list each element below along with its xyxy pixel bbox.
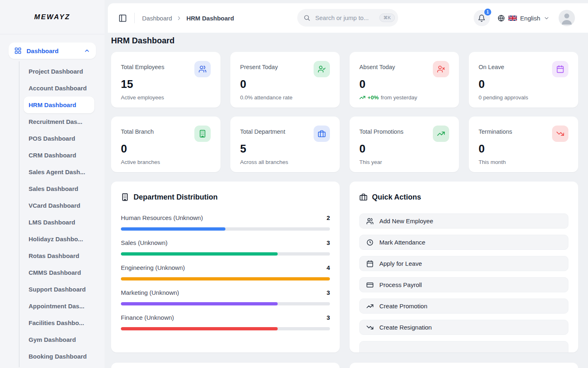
search-shortcut-kbd: ⌘K <box>379 13 395 22</box>
avatar[interactable] <box>559 10 575 26</box>
notification-count-badge: 1 <box>484 9 491 16</box>
partial-panel-left <box>111 363 340 368</box>
quick-action-label: Add New Employee <box>379 218 433 224</box>
sidebar-item[interactable]: HRM Dashboard <box>24 96 94 113</box>
trending-down-icon <box>366 324 374 331</box>
topbar-right: 1 English <box>474 10 575 26</box>
sidebar-item[interactable]: Project Dashboard <box>20 63 105 80</box>
sidebar-item[interactable]: Facilities Dashbo... <box>20 314 105 331</box>
sidebar-item[interactable]: LMS Dashboard <box>20 214 105 231</box>
sidebar-item[interactable]: Support Dashboard <box>20 281 105 298</box>
sidebar-item[interactable]: Booking Dashboard <box>20 348 105 365</box>
department-distribution-panel: Department Distribution Human Resources … <box>111 182 340 352</box>
stat-sub: Active branches <box>121 159 211 165</box>
bar-fill <box>121 327 278 330</box>
sidebar-item[interactable]: CRM Dashboard <box>20 147 105 164</box>
sidebar-item[interactable]: Gym Dashboard <box>20 331 105 348</box>
quick-action-button[interactable]: Mark Attendance <box>359 235 568 250</box>
sidebar-item[interactable]: Rotas Dashboard <box>20 247 105 264</box>
notifications-button[interactable]: 1 <box>474 10 490 26</box>
trending-up-icon <box>433 126 449 142</box>
search-input[interactable] <box>314 14 375 22</box>
stat-value: 0 <box>479 143 568 155</box>
stat-sub-text: Active branches <box>121 159 160 165</box>
sidebar-item[interactable]: Holidayz Dashbo... <box>20 231 105 247</box>
breadcrumb-current: HRM Dashboard <box>186 15 234 22</box>
quick-action-button[interactable]: Apply for Leave <box>359 256 568 271</box>
stat-sub-text: Across all branches <box>240 159 288 165</box>
sidebar-subnav: Project DashboardAccount DashboardHRM Da… <box>19 61 105 367</box>
sidebar-item[interactable]: CMMS Dashboard <box>20 264 105 281</box>
stat-sub-text: 0 pending approvals <box>479 94 528 101</box>
stats-grid: Total Employees15Active employeesPresent… <box>111 52 578 172</box>
quick-action-button[interactable]: Create Resignation <box>359 320 568 335</box>
quick-action-button[interactable]: Add New Employee <box>359 213 568 229</box>
stat-value: 0 <box>359 78 449 90</box>
sidebar-item[interactable]: VCard Dashboard <box>20 197 105 214</box>
dashboard-grid-icon <box>14 47 22 54</box>
main-area: Dashboard HRM Dashboard ⌘K 1 English <box>105 0 588 368</box>
clock-icon <box>366 239 374 246</box>
calendar-icon <box>552 61 568 77</box>
search-box[interactable]: ⌘K <box>297 9 398 27</box>
trending-up-icon <box>359 94 365 101</box>
credit-card-icon <box>366 281 374 289</box>
sidebar-item[interactable]: Sales Dashboard <box>20 180 105 197</box>
stat-card: On Leave00 pending approvals <box>469 52 578 108</box>
stat-title: Total Department <box>240 126 285 135</box>
stat-value: 0 <box>121 143 211 155</box>
panel-left-icon <box>118 14 127 22</box>
stat-card: Terminations0This month <box>469 117 578 172</box>
globe-icon <box>497 14 505 22</box>
stat-card: Total Promotions0This year <box>350 117 459 172</box>
department-bars: Human Resources (Unknown)2Sales (Unknown… <box>121 213 330 330</box>
sidebar-toggle-button[interactable] <box>117 12 129 24</box>
sidebar-section-dashboard[interactable]: Dashboard <box>9 43 96 59</box>
sidebar-item[interactable]: Account Dashboard <box>20 80 105 96</box>
bar-fill <box>121 302 278 305</box>
quick-action-button[interactable]: Create Promotion <box>359 298 568 314</box>
search-icon <box>303 14 310 21</box>
stat-sub-text: 0.0% attendance rate <box>240 94 292 101</box>
department-bar-row: Engineering (Unknown)4 <box>121 263 330 280</box>
bar-track <box>121 227 330 231</box>
stat-sub: +0%from yesterday <box>359 94 449 101</box>
department-bar-row: Sales (Unknown)3 <box>121 238 330 256</box>
stat-sub: Across all branches <box>240 159 330 165</box>
stat-sub-text: This year <box>359 159 382 165</box>
sidebar-item[interactable]: POS Dashboard <box>20 130 105 147</box>
below-fold-panels <box>111 363 578 368</box>
department-label: Human Resources (Unknown) <box>121 213 203 222</box>
quick-action-button[interactable]: Process Payroll <box>359 277 568 292</box>
stat-value: 0 <box>240 78 330 90</box>
uk-flag-icon <box>508 15 517 21</box>
sidebar-item[interactable]: Appointment Das... <box>20 298 105 314</box>
stat-title: Present Today <box>240 61 278 70</box>
stat-sub-text: Active employees <box>121 94 164 101</box>
bar-track <box>121 302 330 305</box>
breadcrumb-parent[interactable]: Dashboard <box>142 15 172 22</box>
trending-down-icon <box>552 126 568 142</box>
stat-title: Terminations <box>479 126 512 135</box>
sidebar-item[interactable]: Recruitment Das... <box>20 113 105 130</box>
stat-sub-highlight: +0% <box>368 94 379 101</box>
stat-sub-text: This month <box>479 159 506 165</box>
panels-row: Department Distribution Human Resources … <box>111 182 578 352</box>
chevron-right-icon <box>176 15 182 21</box>
department-bar-row: Finance (Unknown)3 <box>121 313 330 330</box>
topbar-divider <box>134 13 135 23</box>
quick-action-button-partial[interactable] <box>359 341 568 352</box>
stat-sub: This year <box>359 159 449 165</box>
department-distribution-title: Department Distribution <box>134 193 218 202</box>
stat-card: Total Department5Across all branches <box>230 117 340 172</box>
sidebar-item[interactable]: Sales Agent Dash... <box>20 164 105 180</box>
department-bar-row: Human Resources (Unknown)2 <box>121 213 330 231</box>
calendar-icon <box>366 260 374 267</box>
stat-value: 15 <box>121 78 211 90</box>
user-check-icon <box>314 61 330 77</box>
breadcrumb: Dashboard HRM Dashboard <box>142 15 234 22</box>
sidebar-section-label: Dashboard <box>27 47 58 54</box>
stat-value: 5 <box>240 143 330 155</box>
page-content: HRM Dashboard Total Employees15Active em… <box>105 33 588 368</box>
language-selector[interactable]: English <box>497 14 550 22</box>
